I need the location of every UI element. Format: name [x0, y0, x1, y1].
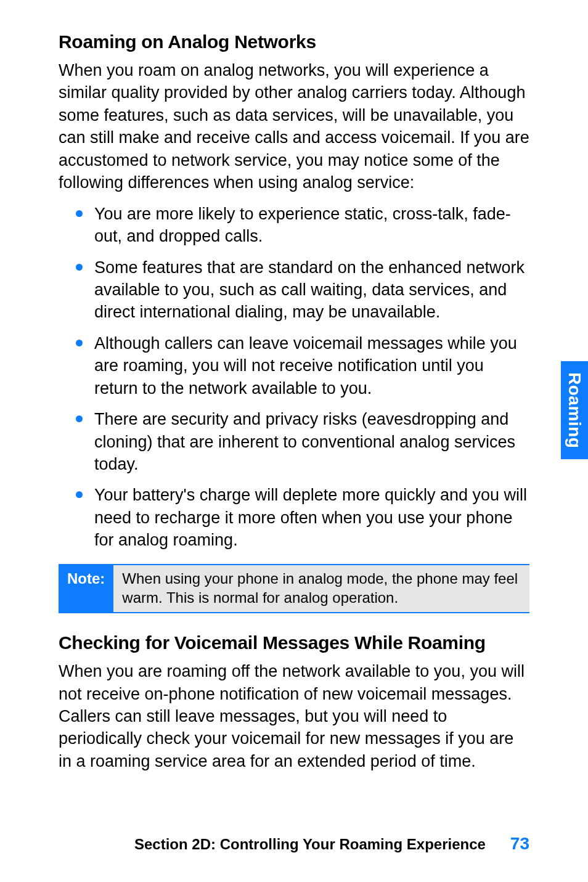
list-item: Although callers can leave voicemail mes… [76, 332, 529, 399]
footer-section-title: Section 2D: Controlling Your Roaming Exp… [134, 836, 486, 853]
list-item: Your battery's charge will deplete more … [76, 484, 529, 551]
note-body: When using your phone in analog mode, th… [113, 565, 529, 612]
side-tab-roaming: Roaming [561, 361, 588, 459]
list-item: You are more likely to experience static… [76, 203, 529, 248]
note-box: Note: When using your phone in analog mo… [59, 564, 529, 613]
footer-page-number: 73 [510, 834, 529, 854]
bullet-list-differences: You are more likely to experience static… [59, 203, 529, 552]
page-footer: Section 2D: Controlling Your Roaming Exp… [59, 834, 529, 854]
heading-roaming-analog: Roaming on Analog Networks [59, 31, 529, 53]
intro-voicemail-roaming: When you are roaming off the network ava… [59, 660, 529, 772]
heading-voicemail-roaming: Checking for Voicemail Messages While Ro… [59, 632, 529, 654]
list-item: Some features that are standard on the e… [76, 256, 529, 324]
list-item: There are security and privacy risks (ea… [76, 408, 529, 475]
page: Roaming Roaming on Analog Networks When … [0, 0, 588, 882]
note-label: Note: [59, 565, 113, 612]
intro-roaming-analog: When you roam on analog networks, you wi… [59, 59, 529, 194]
